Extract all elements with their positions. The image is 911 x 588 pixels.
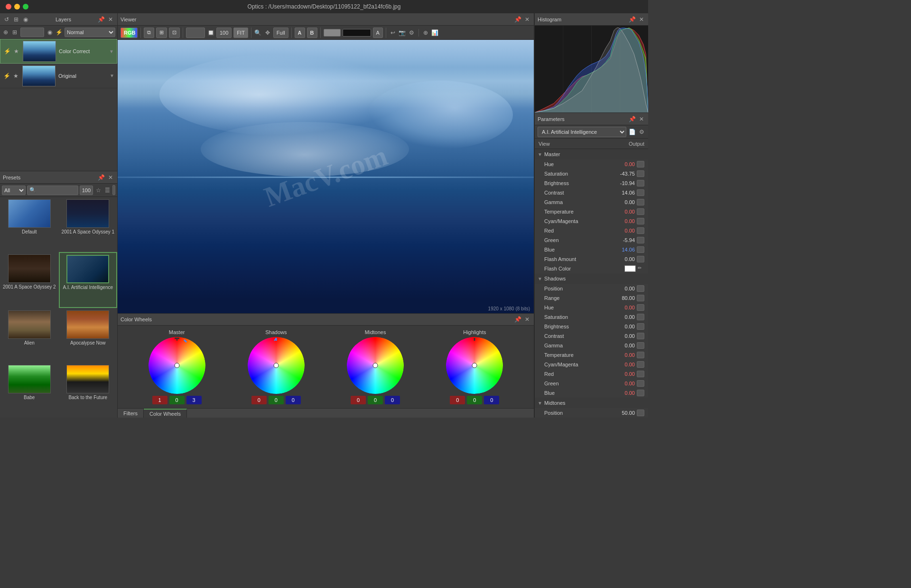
layer-lock-icon[interactable]: ⚡ bbox=[55, 28, 63, 36]
text-button[interactable]: A bbox=[373, 28, 383, 38]
param-shadows-brightness[interactable]: Brightness 0.00 bbox=[535, 322, 648, 331]
presets-filter-select[interactable]: All bbox=[2, 186, 26, 195]
param-green-slider[interactable] bbox=[637, 237, 644, 243]
preset-alien[interactable]: Alien bbox=[0, 308, 59, 363]
param-saturation-slider[interactable] bbox=[637, 170, 644, 177]
params-doc-icon[interactable]: 📄 bbox=[628, 128, 636, 136]
params-section-midtones[interactable]: ▼ Midtones bbox=[535, 398, 648, 408]
preset-ai[interactable]: A.I. Artificial Intelligence bbox=[59, 252, 118, 308]
opacity-input[interactable]: 100.00 bbox=[20, 28, 44, 37]
view-mode-button[interactable]: ⊞ bbox=[156, 28, 167, 38]
camera-icon[interactable]: 📷 bbox=[399, 29, 406, 37]
param-flash-color-picker-icon[interactable]: ✏ bbox=[638, 265, 644, 272]
viewer-close-icon[interactable]: ✕ bbox=[523, 16, 531, 23]
param-midtones-position[interactable]: Position 50.00 bbox=[535, 408, 648, 418]
param-shadows-red[interactable]: Red 0.00 bbox=[535, 369, 648, 379]
settings-icon[interactable]: ⚙ bbox=[408, 29, 416, 37]
param-shadows-saturation-slider[interactable] bbox=[637, 314, 644, 320]
close-button[interactable] bbox=[6, 4, 11, 9]
pan-icon[interactable]: ✥ bbox=[264, 29, 271, 37]
param-flash-color-swatch[interactable] bbox=[624, 265, 636, 272]
param-red-master[interactable]: Red 0.00 bbox=[535, 226, 648, 235]
layer-eye-2-icon[interactable]: ⚡ bbox=[3, 72, 10, 80]
tab-filters[interactable]: Filters bbox=[118, 409, 144, 418]
preset-default[interactable]: Default bbox=[0, 197, 59, 252]
param-shadows-saturation[interactable]: Saturation 0.00 bbox=[535, 312, 648, 322]
param-hue[interactable]: Hue 0.00 bbox=[535, 159, 648, 169]
param-shadows-blue[interactable]: Blue 0.00 bbox=[535, 388, 648, 398]
split-h-button[interactable]: ⧉ bbox=[144, 28, 154, 38]
layer-tool-1-icon[interactable]: ⊕ bbox=[2, 28, 9, 36]
param-shadows-blue-slider[interactable] bbox=[637, 390, 644, 396]
param-saturation[interactable]: Saturation -43.75 bbox=[535, 169, 648, 178]
full-button[interactable]: Full bbox=[273, 28, 288, 38]
param-shadows-brightness-slider[interactable] bbox=[637, 323, 644, 330]
layer-item-color-correct[interactable]: ⚡ ★ Color Correct ▼ bbox=[0, 39, 117, 64]
param-green-master[interactable]: Green -5.94 bbox=[535, 235, 648, 245]
text-b-button[interactable]: B bbox=[307, 28, 317, 38]
fit-button[interactable]: FIT bbox=[233, 28, 248, 38]
params-settings-icon[interactable]: ⚙ bbox=[638, 128, 645, 136]
undo-icon[interactable]: ↩ bbox=[389, 29, 397, 37]
preset-apocalypse[interactable]: Apocalypse Now bbox=[59, 308, 118, 363]
preset-2001-2[interactable]: 2001 A Space Odyssey 2 bbox=[0, 252, 59, 308]
param-cyan-magenta-master[interactable]: Cyan/Magenta 0.00 bbox=[535, 216, 648, 226]
viewer-canvas[interactable]: MacV.com 1920 x 1080 (8 bits) bbox=[118, 40, 534, 313]
params-pin-icon[interactable]: 📌 bbox=[628, 115, 636, 123]
param-red-slider[interactable] bbox=[637, 227, 644, 234]
param-cyan-magenta-slider[interactable] bbox=[637, 218, 644, 224]
param-shadows-gamma[interactable]: Gamma 0.00 bbox=[535, 341, 648, 350]
param-temperature-master[interactable]: Temperature 0.00 bbox=[535, 207, 648, 216]
param-shadows-position[interactable]: Position 0.00 bbox=[535, 284, 648, 293]
layers-adjust-icon[interactable]: ◉ bbox=[22, 16, 29, 23]
layer-expand-2-icon[interactable]: ▼ bbox=[110, 73, 114, 78]
presets-star-filter-icon[interactable]: ☆ bbox=[94, 187, 102, 194]
params-close-icon[interactable]: ✕ bbox=[638, 115, 645, 123]
param-shadows-temperature[interactable]: Temperature 0.00 bbox=[535, 350, 648, 360]
layer-tool-2-icon[interactable]: ⊞ bbox=[11, 28, 19, 36]
crosshair-icon[interactable]: ⊕ bbox=[422, 29, 429, 37]
param-shadows-cyan-magenta-slider[interactable] bbox=[637, 361, 644, 368]
cw-shadows-canvas[interactable] bbox=[248, 337, 305, 394]
param-shadows-cyan-magenta[interactable]: Cyan/Magenta 0.00 bbox=[535, 360, 648, 369]
layers-refresh-icon[interactable]: ↺ bbox=[3, 16, 10, 23]
presets-close-icon[interactable]: ✕ bbox=[107, 174, 114, 181]
param-shadows-green-slider[interactable] bbox=[637, 380, 644, 387]
preset-babe[interactable]: Babe bbox=[0, 363, 59, 418]
cw-midtones-canvas[interactable] bbox=[347, 337, 404, 394]
histogram-small-icon[interactable]: 📊 bbox=[431, 29, 439, 37]
param-temperature-master-slider[interactable] bbox=[637, 208, 644, 215]
presets-list-icon[interactable]: ☰ bbox=[103, 187, 111, 194]
param-gamma-master-slider[interactable] bbox=[637, 199, 644, 205]
hist-pin-icon[interactable]: 📌 bbox=[628, 16, 636, 23]
zoom-icon[interactable]: 🔲 bbox=[207, 29, 214, 37]
minimize-button[interactable] bbox=[14, 4, 20, 9]
param-shadows-range[interactable]: Range 80.00 bbox=[535, 293, 648, 303]
param-flash-amount-slider[interactable] bbox=[637, 256, 644, 262]
hist-close-icon[interactable]: ✕ bbox=[638, 16, 645, 23]
param-shadows-contrast[interactable]: Contrast 0.00 bbox=[535, 331, 648, 341]
preset-2001-1[interactable]: 2001 A Space Odyssey 1 bbox=[59, 197, 118, 252]
zoom-100-button[interactable]: 100 bbox=[216, 28, 232, 38]
param-brightness-master[interactable]: Brightness -10.94 bbox=[535, 178, 648, 188]
cw-master-canvas[interactable] bbox=[149, 337, 205, 394]
layer-expand-icon[interactable]: ▼ bbox=[109, 49, 114, 54]
layers-grid-icon[interactable]: ⊞ bbox=[12, 16, 20, 23]
layer-star-icon[interactable]: ★ bbox=[12, 47, 20, 55]
param-hue-slider[interactable] bbox=[637, 161, 644, 168]
cw-close-icon[interactable]: ✕ bbox=[523, 316, 531, 323]
param-shadows-green[interactable]: Green 0.00 bbox=[535, 379, 648, 388]
preset-back[interactable]: Back to the Future bbox=[59, 363, 118, 418]
loupe-button[interactable]: ⊡ bbox=[169, 28, 180, 38]
param-contrast-master-slider[interactable] bbox=[637, 189, 644, 196]
black-button[interactable] bbox=[343, 29, 371, 37]
param-shadows-hue[interactable]: Hue 0.00 bbox=[535, 303, 648, 312]
param-gamma-master[interactable]: Gamma 0.00 bbox=[535, 197, 648, 207]
param-shadows-temperature-slider[interactable] bbox=[637, 352, 644, 358]
presets-resize-handle[interactable] bbox=[112, 185, 115, 195]
rgb-button[interactable]: RGB bbox=[121, 28, 138, 38]
param-blue-master[interactable]: Blue 14.06 bbox=[535, 245, 648, 254]
layer-vis-icon[interactable]: ◉ bbox=[46, 28, 54, 36]
param-flash-amount[interactable]: Flash Amount 0.00 bbox=[535, 254, 648, 264]
text-a-button[interactable]: A bbox=[295, 28, 305, 38]
